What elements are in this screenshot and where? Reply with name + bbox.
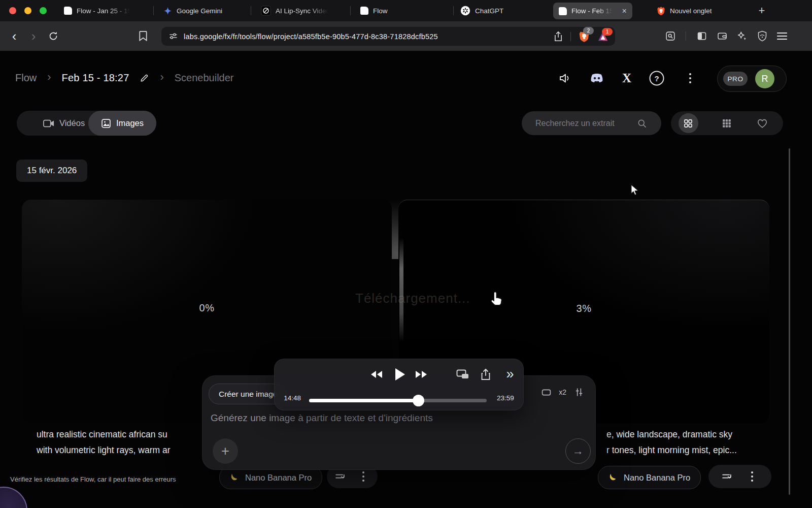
chevron-right-icon: › (47, 72, 51, 83)
tab-google-gemini[interactable]: Google Gemini (163, 0, 244, 21)
prompt-caption: e, wide landscape, dramatic sky r tones,… (606, 427, 737, 458)
large-grid-icon[interactable] (684, 118, 693, 128)
tab-title: AI Lip-Sync Video (276, 7, 330, 15)
output-count-label[interactable]: x2 (559, 388, 566, 396)
x-twitter-button[interactable]: X (622, 71, 631, 85)
avatar[interactable]: R (755, 69, 774, 88)
chevron-right-icon: › (160, 72, 163, 83)
site-settings-icon[interactable] (168, 31, 178, 41)
tab-images[interactable]: Images (88, 111, 156, 136)
fast-forward-button[interactable] (415, 370, 427, 378)
tune-settings-icon[interactable] (574, 387, 584, 397)
share-button[interactable] (554, 31, 563, 42)
generate-button[interactable]: → (565, 438, 591, 464)
tab-title: Flow (373, 7, 388, 15)
date-group-chip: 15 févr. 2026 (16, 160, 87, 182)
player-share-button[interactable] (481, 368, 491, 380)
reorder-arrow-icon[interactable] (722, 472, 732, 481)
card-actions (708, 465, 771, 488)
edit-project-name-button[interactable] (140, 73, 149, 83)
breadcrumb-scenebuilder[interactable]: Scenebuilder (175, 72, 234, 84)
brave-shields-button[interactable]: 2 (579, 30, 590, 43)
card-more-button[interactable] (362, 471, 364, 482)
bookmark-icon (139, 31, 148, 42)
arrow-cursor (631, 184, 639, 197)
window-zoom-button[interactable] (40, 7, 47, 14)
vpn-shield-icon (757, 30, 767, 42)
caption-line: e, wide landscape, dramatic sky (606, 427, 737, 442)
window-close-button[interactable] (9, 7, 16, 14)
window-minimize-button[interactable] (24, 7, 31, 14)
video-camera-icon (43, 119, 54, 128)
tab-separator (453, 6, 454, 15)
bookmark-button[interactable] (139, 31, 148, 42)
tab-ai-lipsync[interactable]: AI Lip-Sync Video (261, 0, 343, 21)
rewards-badge: 1 (602, 28, 613, 36)
back-button[interactable]: ‹ (12, 29, 17, 43)
sidebar-button[interactable] (697, 31, 707, 41)
player-progress-thumb[interactable] (413, 395, 424, 406)
account-widget[interactable]: PRO R (717, 66, 787, 92)
hamburger-icon (777, 32, 787, 40)
tab-chatgpt[interactable]: ChatGPT (460, 0, 521, 21)
add-ingredient-button[interactable]: + (213, 438, 238, 464)
tab-flow[interactable]: Flow (360, 0, 406, 21)
player-more-button[interactable]: » (506, 367, 514, 381)
clip-search[interactable] (522, 111, 661, 135)
vpn-button[interactable] (757, 30, 767, 42)
page-scrollbar[interactable] (789, 148, 790, 495)
create-image-label: Créer une image (219, 390, 277, 399)
generation-progress: 0% (22, 302, 392, 314)
browser-tab-bar: Flow - Jan 25 - 15 Google Gemini AI Lip-… (0, 0, 812, 21)
reorder-arrow-icon[interactable] (335, 472, 346, 481)
reload-icon (48, 31, 59, 42)
page-icon (64, 7, 72, 15)
fast-forward-icon (415, 370, 427, 378)
url-bar[interactable]: labs.google/fx/fr/tools/flow/project/a58… (161, 27, 615, 46)
seek-bar[interactable] (309, 399, 487, 402)
tab-title: Nouvel onglet (670, 7, 712, 15)
wallet-button[interactable] (717, 31, 728, 41)
browser-nav-bar: ‹ › labs.google/fx/fr/tools/flow/project… (0, 21, 812, 51)
reload-button[interactable] (48, 31, 59, 42)
leo-ai-button[interactable] (737, 31, 748, 42)
aspect-ratio-icon[interactable] (542, 389, 551, 396)
tab-videos[interactable]: Vidéos (43, 111, 85, 136)
tab-flow-feb15-active[interactable]: Flow - Feb 15 × (553, 3, 632, 19)
tab-close-icon[interactable]: × (622, 7, 627, 15)
menu-button[interactable] (777, 32, 787, 40)
model-name: Nano Banana Pro (245, 473, 312, 483)
header-more-button[interactable] (689, 73, 691, 83)
breadcrumb-flow[interactable]: Flow (15, 72, 37, 84)
pip-button[interactable] (456, 369, 469, 379)
new-tab-button[interactable]: + (754, 3, 769, 18)
tab-separator (153, 6, 154, 15)
tab-title: ChatGPT (475, 7, 503, 15)
brave-icon (657, 6, 665, 16)
sound-button[interactable] (559, 72, 572, 84)
tab-flow-jan25[interactable]: Flow - Jan 25 - 15 (64, 0, 149, 21)
favorites-heart-icon[interactable] (757, 118, 768, 128)
feedback-corner-button[interactable] (0, 487, 27, 508)
dense-grid-icon[interactable] (722, 118, 732, 128)
search-input[interactable] (534, 118, 633, 129)
sidebar-icon (697, 31, 707, 41)
play-button[interactable] (394, 367, 406, 382)
discord-icon (589, 72, 604, 84)
rewind-icon (370, 370, 383, 378)
url-text[interactable]: labs.google/fx/fr/tools/flow/project/a58… (184, 33, 438, 41)
tab-nouvel-onglet[interactable]: Nouvel onglet (657, 0, 733, 21)
current-time: 14:48 (282, 394, 301, 402)
model-selector[interactable]: Nano Banana Pro (598, 466, 701, 489)
discord-button[interactable] (589, 72, 604, 84)
help-button[interactable]: ? (650, 71, 664, 86)
search-page-button[interactable] (665, 31, 676, 42)
prompt-input[interactable]: Générez une image à partir de texte et d… (211, 412, 433, 424)
forward-button[interactable]: › (31, 29, 36, 43)
brave-rewards-button[interactable]: 1 (597, 31, 608, 42)
tab-videos-label: Vidéos (59, 118, 85, 128)
model-name: Nano Banana Pro (624, 473, 690, 483)
breadcrumb-project-name[interactable]: Feb 15 - 18:27 (62, 72, 129, 84)
rewind-button[interactable] (370, 370, 383, 378)
card-more-button[interactable] (751, 471, 753, 482)
